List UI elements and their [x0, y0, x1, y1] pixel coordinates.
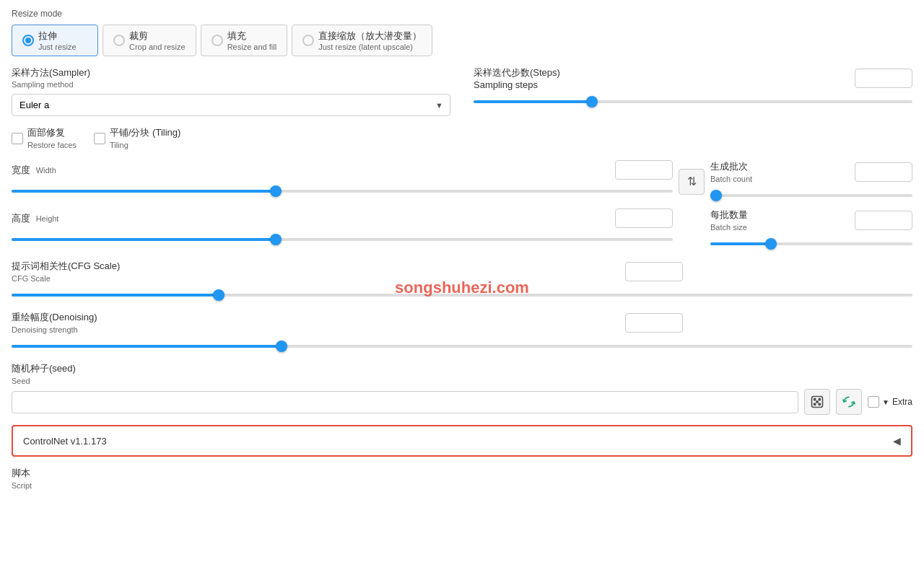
denoise-input[interactable]: 0.3 — [625, 313, 683, 333]
checkbox-row: 面部修复 Restore faces 平铺/分块 (Tiling) Tiling — [12, 126, 912, 150]
height-slider-wrap[interactable] — [12, 232, 673, 247]
width-slider-thumb[interactable] — [270, 185, 282, 197]
seed-dice-button[interactable] — [804, 389, 830, 415]
height-input[interactable]: 1024 — [615, 209, 673, 228]
denoise-en: Denoising strength — [12, 325, 78, 334]
seed-recycle-button[interactable] — [836, 389, 862, 415]
seed-input[interactable]: -1 — [12, 391, 798, 413]
batch-size-header: 每批数量 Batch size 4 — [710, 209, 912, 232]
steps-right: 采样迭代步数(Steps) Sampling steps 35 — [462, 66, 912, 109]
steps-en: Sampling steps — [474, 79, 538, 90]
resize-options: 拉伸 Just resize 裁剪 Crop and resize 填充 Res… — [12, 25, 912, 56]
resize-option-latent[interactable]: 直接缩放（放大潜变量） Just resize (latent upscale) — [292, 25, 432, 56]
radio-inner-just-resize — [25, 38, 31, 43]
cfg-label: 提示词相关性(CFG Scale) CFG Scale — [12, 260, 120, 284]
denoise-slider-wrap[interactable] — [12, 339, 912, 354]
script-en: Script — [12, 481, 32, 490]
batch-count-slider-wrap[interactable] — [710, 188, 912, 203]
width-cn: 宽度 — [12, 164, 30, 175]
batch-size-input[interactable]: 4 — [855, 211, 912, 230]
batch-size-cn: 每批数量 — [710, 209, 748, 220]
batch-size-slider-wrap[interactable] — [710, 237, 912, 251]
cfg-slider-track — [12, 294, 912, 297]
resize-option-fill[interactable]: 填充 Resize and fill — [201, 25, 287, 56]
denoise-cn: 重绘幅度(Denoising) — [12, 312, 97, 322]
steps-slider-wrap[interactable] — [474, 95, 912, 109]
restore-faces-cn: 面部修复 — [27, 127, 65, 138]
wh-section: 宽度 Width 1024 ⇅ 生成批次 Batch count 1 — [12, 160, 912, 251]
radio-fill — [212, 35, 223, 46]
steps-header: 采样迭代步数(Steps) Sampling steps 35 — [474, 66, 912, 90]
denoise-slider-track — [12, 345, 912, 348]
denoise-label: 重绘幅度(Denoising) Denoising strength — [12, 311, 97, 335]
steps-input[interactable]: 35 — [855, 69, 912, 88]
svg-point-4 — [819, 403, 821, 405]
radio-latent — [302, 35, 314, 46]
denoise-slider-thumb[interactable] — [276, 341, 287, 352]
resize-just-resize-cn: 拉伸 — [38, 30, 77, 43]
restore-faces-text: 面部修复 Restore faces — [27, 126, 77, 150]
width-slider-fill — [12, 190, 276, 193]
width-row: 宽度 Width 1024 ⇅ 生成批次 Batch count 1 — [12, 160, 912, 203]
resize-option-crop[interactable]: 裁剪 Crop and resize — [103, 25, 196, 56]
seed-section: 随机种子(seed) Seed -1 ▼ Ext — [12, 362, 912, 415]
height-slider-track — [12, 238, 673, 241]
radio-just-resize — [22, 35, 34, 46]
script-cn: 脚本 — [12, 468, 30, 478]
batch-size-slider-track — [710, 242, 912, 245]
svg-point-3 — [814, 403, 816, 405]
radio-crop — [113, 35, 125, 46]
extra-checkbox[interactable] — [868, 396, 879, 408]
batch-size-en: Batch size — [710, 223, 747, 232]
denoise-section: 重绘幅度(Denoising) Denoising strength 0.3 — [12, 311, 912, 354]
controlnet-arrow-icon: ◀ — [893, 435, 901, 447]
tiling-item[interactable]: 平铺/分块 (Tiling) Tiling — [94, 126, 180, 150]
width-slider-wrap[interactable] — [12, 184, 673, 198]
swap-button[interactable]: ⇅ — [679, 169, 705, 195]
resize-crop-en: Crop and resize — [129, 43, 186, 51]
restore-faces-item[interactable]: 面部修复 Restore faces — [12, 126, 77, 150]
width-en: Width — [36, 166, 56, 175]
height-main: 高度 Height 1024 — [12, 209, 673, 247]
sampler-select[interactable]: Euler a Euler LMS Heun DPM2 DPM++ 2S a D… — [12, 94, 450, 116]
height-row: 高度 Height 1024 每批数量 Batch size 4 — [12, 209, 912, 251]
batch-size-slider-thumb[interactable] — [765, 238, 777, 250]
denoise-slider-fill — [12, 345, 282, 348]
radio-inner-fill — [214, 38, 220, 43]
controlnet-section[interactable]: ControlNet v1.1.173 ◀ — [12, 425, 912, 457]
cfg-slider-thumb[interactable] — [213, 289, 225, 301]
script-section: 脚本 Script — [12, 467, 912, 491]
sampler-en: Sampling method — [12, 80, 74, 89]
batch-count-slider-thumb[interactable] — [710, 190, 722, 201]
cfg-slider-fill — [12, 294, 219, 297]
height-label: 高度 Height — [12, 212, 58, 225]
svg-point-1 — [814, 398, 816, 400]
height-slider-thumb[interactable] — [270, 234, 282, 245]
restore-faces-checkbox[interactable] — [12, 133, 23, 144]
script-label: 脚本 Script — [12, 467, 912, 491]
seed-label: 随机种子(seed) Seed — [12, 362, 912, 386]
extra-label: Extra — [892, 397, 912, 407]
resize-mode-title: Resize mode — [12, 9, 912, 19]
steps-slider-thumb[interactable] — [586, 96, 598, 107]
controlnet-label: ControlNet v1.1.173 — [23, 436, 107, 447]
batch-count-cn: 生成批次 — [710, 161, 748, 172]
seed-en: Seed — [12, 377, 30, 385]
width-input[interactable]: 1024 — [615, 160, 673, 180]
extra-arrow-icon: ▼ — [882, 398, 889, 406]
resize-fill-en: Resize and fill — [227, 43, 276, 51]
sampler-dropdown-wrap: Euler a Euler LMS Heun DPM2 DPM++ 2S a D… — [12, 94, 450, 116]
sampler-left: 采样方法(Sampler) Sampling method Euler a Eu… — [12, 66, 450, 116]
resize-option-just-resize[interactable]: 拉伸 Just resize — [12, 25, 98, 56]
tiling-checkbox[interactable] — [94, 133, 105, 144]
cfg-cn: 提示词相关性(CFG Scale) — [12, 260, 120, 271]
steps-label: 采样迭代步数(Steps) Sampling steps — [474, 66, 560, 90]
width-slider-track — [12, 190, 673, 193]
resize-just-resize-en: Just resize — [38, 43, 77, 51]
cfg-input[interactable]: 8 — [625, 262, 683, 281]
batch-count-slider-track — [710, 194, 912, 197]
batch-count-panel: 生成批次 Batch count 1 — [710, 160, 912, 203]
resize-mode-section: Resize mode 拉伸 Just resize 裁剪 Crop and r… — [12, 9, 912, 56]
cfg-slider-wrap[interactable] — [12, 288, 912, 302]
batch-count-input[interactable]: 1 — [855, 162, 912, 182]
